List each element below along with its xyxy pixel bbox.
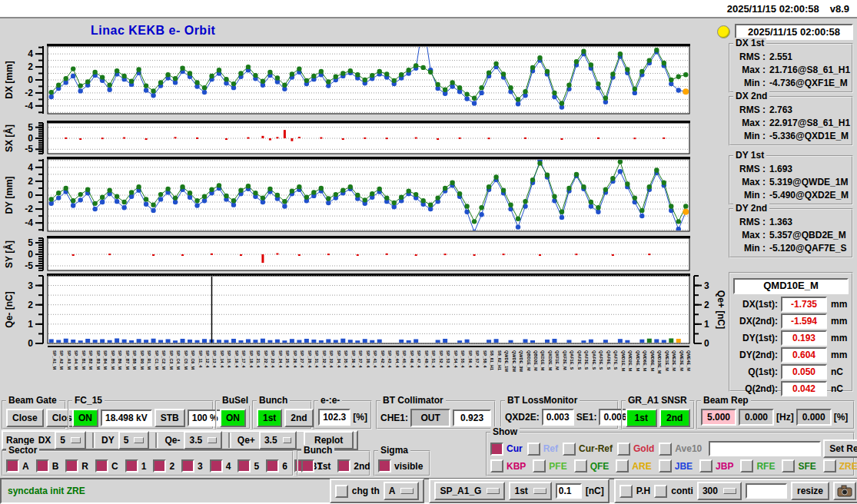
show-check-gold[interactable]: Gold (617, 443, 654, 456)
show-check-kbp[interactable]: KBP (490, 459, 526, 472)
checkbox-icon[interactable] (238, 459, 251, 472)
che1-out-button[interactable]: OUT (410, 409, 450, 427)
stat-box-title: DY 1st (733, 150, 766, 161)
show-check-sfe[interactable]: SFE (782, 459, 815, 472)
checkbox-icon[interactable] (574, 459, 587, 472)
chg-th-checkbox[interactable] (335, 485, 348, 498)
checkbox-icon[interactable] (533, 459, 546, 472)
option-menu-bar-icon (208, 437, 217, 443)
checkbox-icon[interactable] (181, 459, 194, 472)
qe-plot[interactable]: 3210Qe- [nC]3210Qe+ [nC] (4, 275, 726, 350)
sector-check-a[interactable]: A (6, 459, 29, 472)
show-title: Show (490, 426, 520, 437)
range-qem-select[interactable]: 3.5 (184, 431, 221, 449)
sector-check-4[interactable]: 4 (210, 459, 231, 472)
checkbox-icon[interactable] (617, 443, 630, 456)
sector-check-b[interactable]: B (36, 459, 59, 472)
sector-check-5[interactable]: 5 (238, 459, 259, 472)
checkbox-icon[interactable] (659, 459, 672, 472)
option-menu-bar-icon (723, 488, 736, 494)
checkbox-icon[interactable] (378, 459, 391, 472)
svg-text:2: 2 (28, 61, 33, 72)
sigma-check-visible[interactable]: visible (378, 459, 423, 472)
busel-on-button[interactable]: ON (220, 409, 246, 427)
checkbox-icon[interactable] (699, 459, 713, 472)
checkbox-icon[interactable] (301, 459, 314, 472)
resize-button[interactable]: resize (791, 482, 829, 500)
svg-text:4: 4 (28, 48, 33, 59)
checkbox-icon[interactable] (823, 459, 836, 472)
show-check-rfe[interactable]: RFE (740, 459, 775, 472)
show-check-are[interactable]: ARE (616, 459, 651, 472)
checkbox-icon[interactable] (65, 459, 78, 472)
checkbox-icon[interactable] (659, 443, 672, 456)
sigma-group: Sigma visible (374, 450, 430, 476)
show-check-jbp[interactable]: JBP (699, 459, 733, 472)
show-check-pfe[interactable]: PFE (533, 459, 566, 472)
checkbox-icon[interactable] (36, 459, 49, 472)
ref-name-input[interactable] (709, 441, 821, 456)
show-check-qfe[interactable]: QFE (574, 459, 610, 472)
sp-a1-g-select[interactable]: SP_A1_G (434, 482, 505, 500)
conti-checkbox[interactable] (654, 485, 667, 498)
interval-select[interactable]: 300 (697, 482, 742, 500)
dx-plot[interactable]: 420-2-4DX [mm] (4, 41, 690, 114)
checkbox-icon[interactable] (337, 459, 350, 472)
checkbox-icon[interactable] (740, 459, 753, 472)
sector-check-6[interactable]: 6 (266, 459, 287, 472)
dy-plot[interactable]: 420-2-4DY [mm] (4, 158, 690, 235)
bunch-check-2nd[interactable]: 2nd (337, 459, 370, 472)
stat-box: DY 1stRMS :1.693Max :5.319@QWDE_1MMin :-… (729, 155, 853, 205)
show-check-cur[interactable]: Cur (490, 443, 523, 456)
sector-check-1[interactable]: 1 (125, 459, 147, 472)
sector-check-3[interactable]: 3 (181, 459, 203, 472)
extra-input[interactable] (746, 483, 787, 499)
checkbox-icon[interactable] (125, 459, 138, 472)
checkbox-icon[interactable] (266, 459, 279, 472)
checkbox-icon[interactable] (210, 459, 223, 472)
checkbox-icon[interactable] (153, 459, 166, 472)
svg-text:SP_57_4: SP_57_4 (475, 350, 480, 369)
monitor-row-label: Q(1st): (733, 366, 778, 377)
checkbox-icon[interactable] (527, 443, 540, 456)
checkbox-icon[interactable] (6, 459, 19, 472)
checkbox-icon[interactable] (95, 459, 108, 472)
checkbox-icon[interactable] (563, 443, 576, 456)
show-check-ref[interactable]: Ref (527, 443, 558, 456)
svg-text:SP_16_4: SP_16_4 (234, 350, 239, 369)
bunch-check-1st[interactable]: 1st (301, 459, 331, 472)
range-qep-select[interactable]: 3.5 (259, 431, 297, 449)
show-check-ave10[interactable]: Ave10 (659, 443, 702, 456)
checkbox-icon[interactable] (490, 443, 503, 456)
gr-a1-1st-button[interactable]: 1st (626, 409, 657, 427)
svg-text:SP_A4_M: SP_A4_M (74, 350, 78, 370)
fc15-on-button[interactable]: ON (72, 409, 98, 427)
fc15-stb-button[interactable]: STB (154, 409, 185, 427)
bunch-2nd-button[interactable]: 2nd (284, 409, 313, 427)
bunch-1st-button[interactable]: 1st (257, 409, 282, 427)
set-ref-button[interactable]: Set Ref (823, 439, 857, 458)
sector-a-select[interactable]: A (384, 482, 420, 500)
sx-plot[interactable]: 50-5SX [Å] (3, 122, 690, 155)
sector-check-r[interactable]: R (65, 459, 88, 472)
sector-check-2[interactable]: 2 (153, 459, 174, 472)
checkbox-icon[interactable] (490, 459, 503, 472)
range-dx-select[interactable]: 5 (55, 431, 86, 449)
ph-checkbox[interactable] (619, 485, 633, 498)
sector-check-c[interactable]: C (95, 459, 118, 472)
show-check-zre[interactable]: ZRE (823, 459, 857, 472)
range-dy-select[interactable]: 5 (118, 431, 150, 449)
sy-plot[interactable]: 50-5SY [Å] (3, 237, 690, 272)
show-check-jbe[interactable]: JBE (659, 459, 693, 472)
screenshot-button[interactable] (833, 482, 856, 500)
threshold-input[interactable] (556, 483, 582, 499)
gr-a1-2nd-button[interactable]: 2nd (659, 409, 691, 427)
orbit-plots[interactable]: 420-2-4DX [mm]50-5SX [Å]420-2-4DY [mm]50… (0, 41, 726, 396)
beam-gate-close-1-button[interactable]: Close (6, 409, 44, 427)
show-check-cur-ref[interactable]: Cur-Ref (563, 443, 613, 456)
svg-text:SP_28_4: SP_28_4 (307, 350, 312, 369)
bunch-1st-select[interactable]: 1st (509, 482, 551, 500)
checkbox-icon[interactable] (616, 459, 629, 472)
stat-box-title: DY 2nd (733, 203, 769, 214)
checkbox-icon[interactable] (782, 459, 795, 472)
